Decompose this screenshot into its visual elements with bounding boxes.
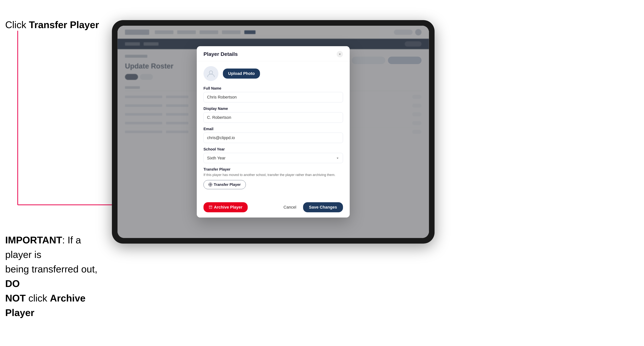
school-year-label: School Year — [204, 147, 343, 151]
modal-footer: Archive Player Cancel Save Changes — [197, 198, 350, 217]
instruction-top: Click Transfer Player — [5, 19, 99, 31]
important-label: IMPORTANT — [5, 235, 62, 245]
transfer-player-button[interactable]: Transfer Player — [204, 180, 246, 189]
transfer-player-description: If this player has moved to another scho… — [204, 173, 343, 177]
email-group: Email — [204, 127, 343, 143]
full-name-group: Full Name — [204, 86, 343, 102]
save-changes-button[interactable]: Save Changes — [303, 202, 343, 212]
modal-overlay: Player Details × Upload Photo — [118, 26, 429, 238]
archive-icon — [209, 205, 212, 209]
modal-title: Player Details — [204, 51, 238, 57]
transfer-player-label: Transfer Player — [204, 167, 343, 172]
player-details-modal: Player Details × Upload Photo — [197, 46, 350, 217]
transfer-player-section: Transfer Player If this player has moved… — [204, 167, 343, 189]
archive-button-label: Archive Player — [214, 205, 242, 210]
svg-point-3 — [209, 71, 212, 74]
avatar-placeholder — [204, 66, 218, 81]
modal-close-button[interactable]: × — [337, 51, 343, 57]
transfer-button-label: Transfer Player — [214, 182, 241, 187]
not-rest: click — [26, 293, 50, 304]
instruction-top-bold: Transfer Player — [29, 19, 99, 30]
tablet-screen: Update Roster — [118, 26, 429, 238]
transfer-icon — [208, 183, 212, 186]
bottom-line2: being transferred out, — [5, 264, 97, 275]
do-label: DO — [5, 278, 20, 289]
user-icon — [207, 69, 215, 78]
display-name-input[interactable] — [204, 112, 343, 123]
svg-rect-5 — [209, 206, 212, 206]
tablet-device: Update Roster — [112, 20, 434, 244]
school-year-group: School Year First Year Second Year Third… — [204, 147, 343, 163]
archive-player-button[interactable]: Archive Player — [204, 202, 248, 212]
not-label: NOT — [5, 293, 26, 304]
cancel-button[interactable]: Cancel — [280, 202, 300, 212]
photo-row: Upload Photo — [204, 66, 343, 81]
modal-body: Upload Photo Full Name Display Name — [197, 61, 350, 198]
full-name-label: Full Name — [204, 86, 343, 91]
modal-header: Player Details × — [197, 46, 350, 61]
email-label: Email — [204, 127, 343, 131]
display-name-group: Display Name — [204, 107, 343, 123]
instruction-top-text: Click — [5, 19, 29, 30]
email-input[interactable] — [204, 133, 343, 143]
full-name-input[interactable] — [204, 92, 343, 102]
instruction-bottom: IMPORTANT: If a player is being transfer… — [5, 233, 102, 320]
display-name-label: Display Name — [204, 107, 343, 111]
school-year-select[interactable]: First Year Second Year Third Year Fourth… — [204, 153, 343, 163]
upload-photo-button[interactable]: Upload Photo — [223, 69, 260, 79]
